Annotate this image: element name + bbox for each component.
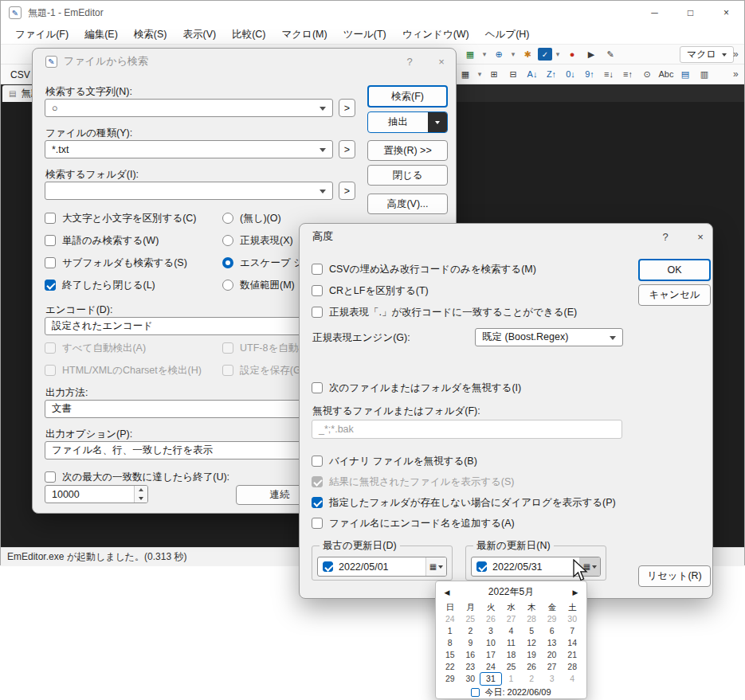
spin-down-icon[interactable] (135, 495, 147, 503)
calendar-day[interactable]: 4 (562, 673, 582, 685)
calendar-day[interactable]: 14 (562, 637, 582, 649)
ignore-binary-checkbox[interactable]: バイナリ ファイルを無視する(B) (312, 455, 477, 467)
sort-length-desc-icon[interactable]: ≡↑ (619, 66, 637, 82)
calendar-day[interactable]: 11 (501, 637, 522, 649)
toolbar-overflow-chevron[interactable]: » (733, 49, 739, 60)
menu-item[interactable]: 編集(E) (76, 28, 126, 41)
menu-item[interactable]: マクロ(M) (274, 28, 335, 41)
calendar-day[interactable]: 8 (440, 637, 461, 649)
calendar-day[interactable]: 9 (461, 637, 481, 649)
help-button[interactable]: ? (653, 224, 677, 249)
spellcheck-icon[interactable]: Abc (657, 66, 675, 82)
ok-button[interactable]: OK (638, 259, 711, 281)
today-checkbox[interactable] (471, 688, 480, 697)
calendar-day[interactable]: 7 (562, 625, 582, 637)
previous-month-button[interactable]: ◀ (440, 589, 454, 596)
calendar-day[interactable]: 16 (461, 649, 481, 661)
newest-date-value[interactable]: 2022/05/31 (492, 561, 543, 573)
calendar-day[interactable]: 2 (521, 673, 542, 685)
sort-date-icon[interactable]: ⊙ (638, 66, 656, 82)
validate-icon[interactable]: ✓ (538, 48, 552, 61)
max-matches-input[interactable]: 10000 (45, 486, 134, 503)
macro-dropdown[interactable]: マクロ (680, 46, 734, 63)
reset-button[interactable]: リセット(R) (638, 565, 711, 587)
close-when-done-checkbox[interactable]: 終了したら閉じる(L) (45, 279, 155, 291)
calendar-day[interactable]: 20 (542, 649, 563, 661)
number-range-radio[interactable]: 数値範囲(M) (222, 279, 295, 291)
sort-az-icon[interactable]: A↓ (523, 66, 541, 82)
dropdown-arrow-icon[interactable]: ▾ (509, 46, 517, 62)
calendar-day[interactable]: 6 (542, 625, 563, 637)
ignore-files-checkbox[interactable]: 次のファイルまたはフォルダを無視する(I) (312, 381, 521, 394)
menu-item[interactable]: ヘルプ(H) (477, 28, 538, 41)
calendar-day[interactable]: 21 (562, 649, 582, 661)
calendar-day[interactable]: 28 (521, 613, 542, 625)
calendar-day[interactable]: 3 (542, 673, 563, 685)
calendar-day[interactable]: 25 (501, 661, 522, 673)
calendar-day[interactable]: 17 (480, 649, 501, 661)
regex-dot-matches-newline-checkbox[interactable]: 正規表現「.」が改行コードに一致することができる(E) (312, 306, 577, 319)
oldest-date-checkbox[interactable] (323, 561, 333, 572)
whole-word-checkbox[interactable]: 単語のみ検索する(W) (45, 234, 159, 247)
advanced-dialog-titlebar[interactable]: 高度 (300, 224, 712, 249)
table-row-icon[interactable]: ⊟ (504, 66, 522, 82)
append-encoding-name-checkbox[interactable]: ファイル名にエンコード名を追加する(A) (312, 517, 515, 530)
sort-num-desc-icon[interactable]: 9↑ (581, 66, 598, 82)
calendar-day[interactable]: 27 (542, 661, 563, 673)
search-button[interactable]: 検索(F) (367, 85, 448, 108)
calendar-day[interactable]: 30 (461, 673, 481, 685)
newest-date-checkbox[interactable] (476, 561, 487, 572)
regex-none-radio[interactable]: (無し)(O) (222, 212, 281, 225)
extract-dropdown-button[interactable] (428, 112, 447, 132)
find-dialog-titlebar[interactable]: ✎ ファイルから検索 (33, 49, 456, 74)
help-button[interactable]: ? (398, 49, 422, 74)
search-folder-combobox[interactable] (45, 182, 333, 200)
close-button[interactable]: × (708, 1, 744, 25)
calendar-day[interactable]: 19 (521, 649, 542, 661)
calendar-day[interactable]: 29 (440, 673, 461, 685)
calendar-day[interactable]: 29 (542, 613, 563, 625)
file-types-expand-button[interactable]: > (339, 140, 355, 158)
edit-macro-icon[interactable]: ✎ (602, 46, 619, 62)
sort-za-icon[interactable]: Z↑ (543, 66, 560, 82)
file-types-combobox[interactable]: *.txt (45, 140, 333, 158)
calendar-day[interactable]: 24 (440, 613, 461, 625)
next-month-button[interactable]: ▶ (568, 589, 582, 596)
table-icon[interactable]: ⊞ (485, 66, 503, 82)
calendar-day[interactable]: 12 (521, 637, 542, 649)
csv-convert-icon[interactable]: ▦ (461, 46, 479, 62)
spin-up-icon[interactable] (135, 486, 147, 495)
search-folder-expand-button[interactable]: > (339, 182, 355, 200)
advanced-button[interactable]: 高度(V)... (367, 194, 448, 214)
spinner-buttons[interactable] (134, 486, 147, 503)
oldest-date-picker-button[interactable]: ▦ (425, 557, 446, 576)
close-dialog-button[interactable]: 閉じる (367, 165, 448, 186)
menu-item[interactable]: 表示(V) (174, 28, 224, 41)
calendar-day[interactable]: 24 (480, 661, 501, 673)
close-icon[interactable]: × (429, 49, 453, 74)
ignore-files-input[interactable]: _*;*.bak (312, 420, 622, 439)
calendar-day[interactable]: 13 (542, 637, 563, 649)
menu-item[interactable]: ツール(T) (335, 28, 394, 41)
extract-button[interactable]: 抽出 (368, 112, 428, 132)
match-case-checkbox[interactable]: 大文字と小文字を区別する(C) (45, 212, 197, 225)
run-macro-icon[interactable]: ▶ (582, 46, 600, 62)
select-cell-icon[interactable]: ▤ (676, 66, 694, 82)
calendar-day[interactable]: 26 (480, 613, 501, 625)
output-method-combobox[interactable]: 文書 (45, 400, 333, 418)
replace-button[interactable]: 置換(R) >> (367, 140, 448, 161)
calendar-day[interactable]: 31 (480, 673, 501, 685)
search-string-combobox[interactable]: ○ (45, 99, 333, 117)
encoding-combobox[interactable]: 設定されたエンコード (45, 317, 333, 335)
regex-radio[interactable]: 正規表現(X) (222, 234, 293, 247)
today-label[interactable]: 今日: 2022/06/09 (484, 686, 551, 698)
regex-engine-combobox[interactable]: 既定 (Boost.Regex) (475, 328, 623, 346)
plugins-icon[interactable]: ✱ (519, 46, 536, 62)
csv-embedded-newline-checkbox[interactable]: CSVの埋め込み改行コードのみを検索する(M) (312, 263, 536, 276)
calendar-day[interactable]: 25 (461, 613, 481, 625)
dropdown-arrow-icon[interactable]: ▾ (554, 46, 562, 62)
menu-item[interactable]: 検索(S) (126, 28, 175, 41)
calendar-day[interactable]: 27 (501, 613, 522, 625)
window-titlebar[interactable]: ✎ 無題-1 - EmEditor ─ □ × (1, 1, 744, 25)
calendar-day[interactable]: 23 (461, 661, 481, 673)
